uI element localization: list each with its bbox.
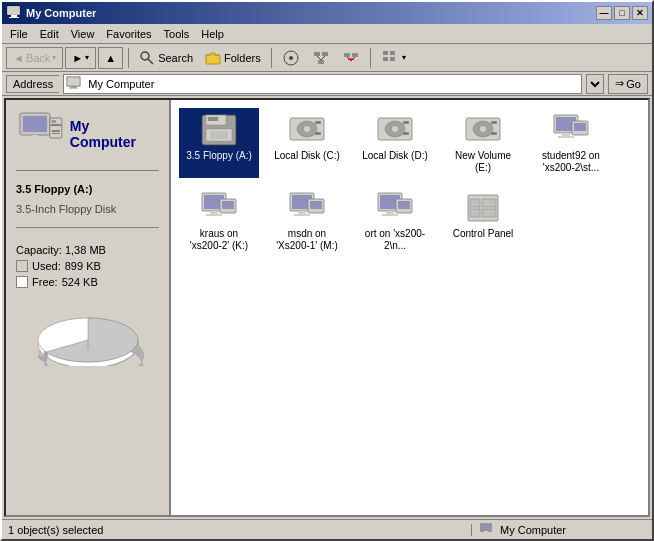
svg-rect-71 bbox=[210, 211, 218, 214]
svg-rect-30 bbox=[32, 135, 38, 138]
up-button[interactable]: ▲ bbox=[98, 47, 123, 69]
minimize-button[interactable]: — bbox=[596, 6, 612, 20]
up-arrow-icon: ▲ bbox=[105, 52, 116, 64]
address-computer-icon bbox=[66, 76, 84, 92]
address-value: My Computer bbox=[84, 78, 158, 90]
icon-label-student92: student92 on 'xs200-2\st... bbox=[535, 150, 607, 174]
menu-tools[interactable]: Tools bbox=[158, 26, 196, 42]
address-dropdown[interactable] bbox=[586, 74, 604, 94]
file-icon-kraus[interactable]: kraus on 'xs200-2' (K:) bbox=[179, 186, 259, 256]
maximize-button[interactable]: □ bbox=[614, 6, 630, 20]
free-checkbox bbox=[16, 276, 28, 288]
svg-rect-86 bbox=[398, 201, 410, 209]
svg-rect-52 bbox=[315, 132, 321, 135]
divider-2 bbox=[16, 227, 159, 228]
back-label: Back bbox=[26, 52, 50, 64]
file-icon-local_d[interactable]: Local Disk (D:) bbox=[355, 108, 435, 178]
svg-rect-51 bbox=[315, 121, 321, 124]
file-icon-msdn[interactable]: msdn on 'Xs200-1' (M:) bbox=[267, 186, 347, 256]
file-icon-new_volume[interactable]: New Volume (E:) bbox=[443, 108, 523, 178]
icon-label-local_d: Local Disk (D:) bbox=[362, 150, 428, 162]
search-button[interactable]: Search bbox=[134, 47, 198, 69]
title-bar-left: My Computer bbox=[6, 5, 96, 21]
used-checkbox bbox=[16, 260, 28, 272]
file-icon-control_panel[interactable]: Control Panel bbox=[443, 186, 523, 256]
icon-label-msdn: msdn on 'Xs200-1' (M:) bbox=[271, 228, 343, 252]
pie-chart bbox=[28, 306, 148, 366]
folders-button[interactable]: Folders bbox=[200, 47, 266, 69]
menu-edit[interactable]: Edit bbox=[34, 26, 65, 42]
file-icon-ort[interactable]: ort on 'xs200-2\n... bbox=[355, 186, 435, 256]
svg-rect-80 bbox=[310, 201, 322, 209]
svg-line-13 bbox=[321, 56, 325, 60]
icon-img-floppy bbox=[199, 112, 239, 148]
menu-view[interactable]: View bbox=[65, 26, 101, 42]
title-bar-buttons: — □ ✕ bbox=[596, 6, 648, 20]
file-icon-student92[interactable]: student92 on 'xs200-2\st... bbox=[531, 108, 611, 178]
used-row: Used: 899 KB bbox=[16, 260, 159, 272]
menu-favorites[interactable]: Favorites bbox=[100, 26, 157, 42]
svg-rect-26 bbox=[69, 87, 78, 88]
svg-rect-72 bbox=[206, 214, 222, 216]
map-network-button[interactable] bbox=[307, 47, 335, 69]
icon-img-ort bbox=[375, 190, 415, 226]
svg-rect-77 bbox=[298, 211, 306, 214]
icon-label-new_volume: New Volume (E:) bbox=[447, 150, 519, 174]
title-bar: My Computer — □ ✕ bbox=[2, 2, 652, 24]
search-label: Search bbox=[158, 52, 193, 64]
view-icon bbox=[381, 49, 399, 67]
close-button[interactable]: ✕ bbox=[632, 6, 648, 20]
toolbar: ◄ Back ▾ ► ▾ ▲ Search Folders bbox=[2, 44, 652, 72]
svg-rect-15 bbox=[352, 53, 358, 57]
svg-rect-68 bbox=[574, 123, 586, 131]
menu-help[interactable]: Help bbox=[195, 26, 230, 42]
toolbar-sep-3 bbox=[370, 48, 371, 68]
drive-name: 3.5 Floppy (A:) bbox=[16, 183, 159, 195]
free-value: 524 KB bbox=[62, 276, 98, 288]
history-button[interactable] bbox=[277, 47, 305, 69]
menu-file[interactable]: File bbox=[4, 26, 34, 42]
svg-point-50 bbox=[304, 126, 310, 132]
status-left: 1 object(s) selected bbox=[2, 524, 472, 536]
svg-rect-35 bbox=[52, 133, 60, 134]
file-icon-floppy[interactable]: 3.5 Floppy (A:) bbox=[179, 108, 259, 178]
back-arrow-icon: ◄ bbox=[13, 52, 24, 64]
address-label: Address bbox=[6, 75, 59, 93]
svg-rect-31 bbox=[28, 138, 42, 140]
icon-img-local_d bbox=[375, 112, 415, 148]
icon-img-msdn bbox=[287, 190, 327, 226]
svg-rect-45 bbox=[208, 117, 218, 121]
forward-arrow-icon: ► bbox=[72, 52, 83, 64]
toolbar-sep-2 bbox=[271, 48, 272, 68]
icon-img-control_panel bbox=[463, 190, 503, 226]
folders-label: Folders bbox=[224, 52, 261, 64]
icon-label-kraus: kraus on 'xs200-2' (K:) bbox=[183, 228, 255, 252]
svg-rect-56 bbox=[403, 121, 409, 124]
svg-rect-65 bbox=[562, 133, 570, 136]
svg-rect-91 bbox=[482, 209, 496, 217]
svg-rect-14 bbox=[344, 53, 350, 57]
svg-rect-57 bbox=[403, 132, 409, 135]
back-button[interactable]: ◄ Back ▾ bbox=[6, 47, 63, 69]
view-button[interactable] bbox=[376, 47, 411, 69]
main-window: My Computer — □ ✕ File Edit View Favorit… bbox=[0, 0, 654, 541]
svg-rect-10 bbox=[322, 52, 328, 56]
icon-label-local_c: Local Disk (C:) bbox=[274, 150, 340, 162]
map-network-icon bbox=[312, 49, 330, 67]
toolbar-sep-1 bbox=[128, 48, 129, 68]
svg-rect-34 bbox=[52, 130, 60, 132]
capacity-section: Capacity: 1,38 MB Used: 899 KB Free: 524… bbox=[16, 244, 159, 288]
file-icon-local_c[interactable]: Local Disk (C:) bbox=[267, 108, 347, 178]
disconnect-button[interactable] bbox=[337, 47, 365, 69]
svg-rect-93 bbox=[482, 525, 490, 530]
icons-grid: 3.5 Floppy (A:) Local Disk (C:) Local Di… bbox=[179, 108, 640, 256]
go-button[interactable]: ⇒ Go bbox=[608, 74, 648, 94]
svg-rect-22 bbox=[390, 57, 395, 61]
svg-rect-19 bbox=[383, 51, 388, 55]
pie-chart-container bbox=[16, 306, 159, 366]
svg-line-5 bbox=[148, 59, 153, 64]
icon-img-new_volume bbox=[463, 112, 503, 148]
forward-button[interactable]: ► ▾ bbox=[65, 47, 96, 69]
large-computer-icon bbox=[16, 110, 64, 158]
go-arrow-icon: ⇒ bbox=[615, 77, 624, 90]
